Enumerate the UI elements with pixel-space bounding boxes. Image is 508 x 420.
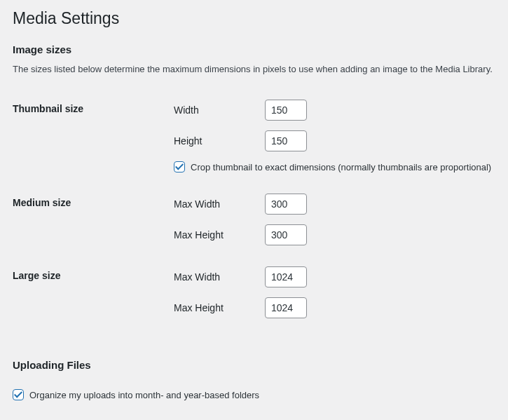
thumbnail-crop-row: Crop thumbnail to exact dimensions (norm… xyxy=(174,161,495,172)
thumbnail-height-label: Height xyxy=(174,135,265,147)
image-sizes-heading: Image sizes xyxy=(13,43,495,55)
image-sizes-table: Thumbnail size Width Height Crop thumbna… xyxy=(13,93,495,332)
large-max-height-row: Max Height xyxy=(174,297,495,318)
large-max-width-label: Max Width xyxy=(174,271,265,283)
thumbnail-height-input[interactable] xyxy=(265,130,307,151)
large-max-width-input[interactable] xyxy=(265,266,307,287)
organize-uploads-checkbox[interactable] xyxy=(13,389,24,400)
large-max-width-row: Max Width xyxy=(174,266,495,287)
thumbnail-width-label: Width xyxy=(174,104,265,116)
thumbnail-crop-label[interactable]: Crop thumbnail to exact dimensions (norm… xyxy=(191,162,491,172)
thumbnail-size-label: Thumbnail size xyxy=(13,93,174,187)
image-sizes-description: The sizes listed below determine the max… xyxy=(13,62,495,76)
medium-size-row: Medium size Max Width Max Height xyxy=(13,187,495,259)
large-size-row: Large size Max Width Max Height xyxy=(13,259,495,332)
uploading-files-heading: Uploading Files xyxy=(13,359,495,371)
large-size-label: Large size xyxy=(13,259,174,332)
medium-max-height-row: Max Height xyxy=(174,224,495,245)
large-max-height-input[interactable] xyxy=(265,297,307,318)
thumbnail-height-row: Height xyxy=(174,130,495,151)
thumbnail-crop-checkbox[interactable] xyxy=(174,161,185,172)
medium-max-height-label: Max Height xyxy=(174,229,265,241)
medium-max-width-row: Max Width xyxy=(174,194,495,215)
medium-max-width-input[interactable] xyxy=(265,194,307,215)
thumbnail-size-row: Thumbnail size Width Height Crop thumbna… xyxy=(13,93,495,187)
organize-uploads-row: Organize my uploads into month- and year… xyxy=(13,389,495,400)
thumbnail-width-input[interactable] xyxy=(265,100,307,121)
thumbnail-width-row: Width xyxy=(174,100,495,121)
medium-max-height-input[interactable] xyxy=(265,224,307,245)
page-title: Media Settings xyxy=(13,8,495,29)
medium-size-label: Medium size xyxy=(13,187,174,259)
medium-max-width-label: Max Width xyxy=(174,198,265,210)
organize-uploads-label[interactable]: Organize my uploads into month- and year… xyxy=(29,390,259,400)
large-max-height-label: Max Height xyxy=(174,302,265,313)
